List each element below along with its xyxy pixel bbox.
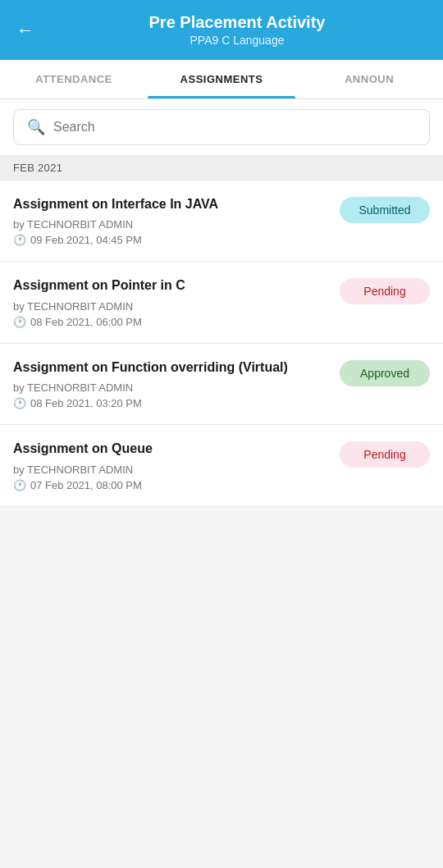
month-label: FEB 2021 <box>0 155 443 180</box>
clock-icon: 🕐 <box>13 479 26 491</box>
assignment-author: by TECHNORBIT ADMIN <box>13 218 330 231</box>
assignment-time: 🕐 09 Feb 2021, 04:45 PM <box>13 234 330 246</box>
assignment-datetime: 08 Feb 2021, 06:00 PM <box>30 316 142 328</box>
assignment-datetime: 09 Feb 2021, 04:45 PM <box>30 234 142 246</box>
assignment-time: 🕐 08 Feb 2021, 03:20 PM <box>13 397 330 409</box>
status-badge: Approved <box>340 360 430 386</box>
clock-icon: 🕐 <box>13 234 26 246</box>
status-badge: Pending <box>340 441 430 468</box>
tab-bar: ATTENDANCE ASSIGNMENTS ANNOUN <box>0 60 443 99</box>
header-subtitle: PPA9 C Language <box>48 34 427 47</box>
app-header: ← Pre Placement Activity PPA9 C Language <box>0 0 443 60</box>
search-box[interactable]: 🔍 <box>13 109 430 145</box>
assignment-info: Assignment on Function overriding (Virtu… <box>13 359 340 409</box>
table-row[interactable]: Assignment on Function overriding (Virtu… <box>0 344 443 425</box>
tab-announcements[interactable]: ANNOUN <box>295 60 443 98</box>
assignment-info: Assignment on Pointer in C by TECHNORBIT… <box>13 276 340 327</box>
tab-attendance[interactable]: ATTENDANCE <box>0 60 148 98</box>
status-badge: Pending <box>340 278 430 304</box>
status-badge: Submitted <box>340 197 430 223</box>
assignment-time: 🕐 07 Feb 2021, 08:00 PM <box>13 479 330 491</box>
assignment-author: by TECHNORBIT ADMIN <box>13 300 330 313</box>
assignment-time: 🕐 08 Feb 2021, 06:00 PM <box>13 316 330 328</box>
clock-icon: 🕐 <box>13 397 26 409</box>
assignment-info: Assignment on Interface In JAVA by TECHN… <box>13 195 340 246</box>
header-content: Pre Placement Activity PPA9 C Language <box>48 13 427 47</box>
table-row[interactable]: Assignment on Queue by TECHNORBIT ADMIN … <box>0 425 443 506</box>
assignment-title: Assignment on Pointer in C <box>13 276 330 295</box>
assignment-datetime: 08 Feb 2021, 03:20 PM <box>30 397 142 409</box>
assignment-author: by TECHNORBIT ADMIN <box>13 464 330 476</box>
header-title: Pre Placement Activity <box>48 13 427 32</box>
search-icon: 🔍 <box>27 118 45 136</box>
assignment-title: Assignment on Function overriding (Virtu… <box>13 359 330 377</box>
assignment-info: Assignment on Queue by TECHNORBIT ADMIN … <box>13 440 340 491</box>
assignment-title: Assignment on Interface In JAVA <box>13 195 330 213</box>
assignment-list: Assignment on Interface In JAVA by TECHN… <box>0 180 443 507</box>
back-button[interactable]: ← <box>16 20 34 41</box>
tab-assignments[interactable]: ASSIGNMENTS <box>148 60 295 98</box>
search-input[interactable] <box>53 120 416 135</box>
assignment-title: Assignment on Queue <box>13 440 330 458</box>
table-row[interactable]: Assignment on Interface In JAVA by TECHN… <box>0 180 443 262</box>
clock-icon: 🕐 <box>13 316 26 328</box>
table-row[interactable]: Assignment on Pointer in C by TECHNORBIT… <box>0 262 443 343</box>
assignment-author: by TECHNORBIT ADMIN <box>13 381 330 394</box>
assignment-datetime: 07 Feb 2021, 08:00 PM <box>30 479 142 491</box>
search-container: 🔍 <box>0 99 443 155</box>
